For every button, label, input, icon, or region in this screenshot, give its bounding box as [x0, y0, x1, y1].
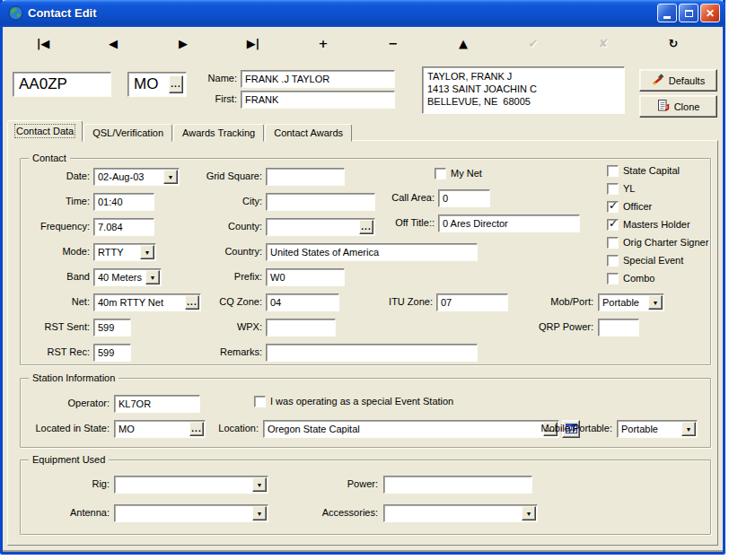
located-in-state-ellipsis-button[interactable]: ...	[189, 422, 204, 436]
equipment-group: Equipment Used	[20, 459, 711, 535]
mob-port-combobox[interactable]: Portable ▼	[598, 293, 664, 311]
dropdown-arrow-icon[interactable]: ▼	[522, 506, 536, 521]
address-line-1: TAYLOR, FRANK J	[427, 70, 619, 83]
orig-charter-signer-checkbox[interactable]: Orig Charter Signer	[607, 237, 708, 249]
special-event-station-checkbox[interactable]: I was operating as a special Event Stati…	[254, 396, 453, 407]
dropdown-arrow-icon[interactable]: ▼	[145, 270, 160, 284]
mobile-portable-combobox[interactable]: Portable ▼	[617, 420, 698, 438]
accessories-combobox[interactable]: ▼	[383, 504, 538, 522]
antenna-value	[115, 505, 268, 508]
band-combobox[interactable]: 40 Meters ▼	[93, 268, 162, 286]
nav-insert-button[interactable]: +	[312, 32, 335, 54]
prefix-label: Prefix:	[162, 271, 262, 282]
operator-field[interactable]: KL7OR	[114, 395, 200, 413]
country-label: Country:	[162, 246, 262, 257]
checkbox-box	[607, 201, 619, 213]
close-button[interactable]: ✕	[700, 4, 720, 22]
located-in-state-field[interactable]: MO ...	[114, 420, 206, 438]
itu-zone-field[interactable]: 07	[436, 293, 508, 311]
time-field[interactable]: 01:40	[93, 193, 154, 211]
frequency-field[interactable]: 7.084	[93, 218, 154, 236]
officer-checkbox[interactable]: Officer	[607, 201, 652, 213]
grid-square-field[interactable]	[266, 168, 345, 186]
prefix-field[interactable]: W0	[266, 268, 345, 286]
call-area-value: 0	[439, 190, 489, 204]
country-value: United States of America	[267, 244, 477, 258]
state-ellipsis-button[interactable]: ...	[169, 75, 183, 93]
country-field[interactable]: United States of America	[266, 243, 478, 261]
name-label: Name:	[199, 73, 237, 83]
tab-qsl-verification[interactable]: QSL/Verification	[83, 124, 172, 142]
nav-next-button[interactable]: ▶	[171, 32, 195, 54]
state-capital-checkbox[interactable]: State Capital	[607, 165, 680, 177]
rig-combobox[interactable]: ▼	[114, 476, 268, 494]
power-field[interactable]	[383, 476, 532, 494]
nav-prior-button[interactable]: ◀	[101, 32, 125, 54]
qrp-power-field[interactable]	[598, 319, 639, 337]
rst-rec-value: 599	[94, 345, 130, 358]
special-event-checkbox[interactable]: Special Event	[607, 255, 683, 267]
call-area-label: Call Area:	[359, 192, 435, 203]
maximize-button[interactable]	[679, 4, 698, 22]
nav-edit-button[interactable]: ▲	[452, 32, 475, 54]
defaults-button[interactable]: Defaults	[639, 69, 717, 92]
wpx-field[interactable]	[266, 319, 336, 337]
window-title: Contact Edit	[28, 6, 97, 20]
first-field[interactable]: FRANK	[241, 91, 395, 109]
grid-square-label: Grid Square:	[162, 171, 262, 181]
nav-delete-button[interactable]: −	[382, 32, 405, 54]
combo-label: Combo	[623, 273, 654, 284]
mode-label: Mode:	[9, 246, 90, 257]
checkbox-box	[435, 168, 446, 179]
tab-contact-data[interactable]: Contact Data	[7, 120, 83, 142]
rst-sent-field[interactable]: 599	[93, 319, 131, 337]
tab-label: Awards Tracking	[182, 127, 255, 138]
rst-rec-field[interactable]: 599	[93, 344, 131, 362]
dropdown-arrow-icon[interactable]: ▼	[140, 245, 154, 259]
operator-value: KL7OR	[115, 396, 199, 409]
my-net-label: My Net	[451, 168, 482, 179]
tab-awards-tracking[interactable]: Awards Tracking	[173, 124, 264, 142]
dropdown-arrow-icon[interactable]: ▼	[252, 477, 267, 492]
accessories-label: Accessories:	[296, 507, 378, 518]
nav-cancel-button[interactable]: ✘	[592, 32, 615, 54]
mobile-portable-label: Mobile/Portable:	[503, 423, 612, 433]
off-title-field[interactable]: 0 Ares Director	[438, 214, 580, 232]
dropdown-arrow-icon[interactable]: ▼	[252, 506, 267, 521]
nav-last-button[interactable]: ▶|	[242, 32, 265, 54]
state-field[interactable]: MO ...	[127, 72, 187, 97]
nav-post-button[interactable]: ✔	[522, 32, 545, 54]
my-net-checkbox[interactable]: My Net	[435, 168, 482, 179]
first-value: FRANK	[242, 92, 394, 105]
contact-group-legend: Contact	[29, 153, 70, 163]
masters-holder-checkbox[interactable]: Masters Holder	[607, 219, 690, 231]
yl-checkbox[interactable]: YL	[607, 183, 635, 195]
nav-refresh-button[interactable]: ↻	[662, 32, 685, 54]
nav-first-button[interactable]: |◀	[31, 32, 55, 54]
call-area-field[interactable]: 0	[438, 189, 490, 207]
address-line-3: BELLEVUE, NE 68005	[427, 95, 619, 108]
checkbox-box	[254, 396, 266, 407]
frequency-label: Frequency:	[9, 221, 90, 232]
cq-zone-field[interactable]: 04	[266, 293, 339, 311]
tab-contact-awards[interactable]: Contact Awards	[265, 124, 352, 142]
antenna-combobox[interactable]: ▼	[114, 504, 268, 522]
combo-checkbox[interactable]: Combo	[607, 273, 654, 284]
minimize-button[interactable]	[657, 4, 677, 22]
screen: Contact Edit ✕ |◀ ◀ ▶ ▶| + − ▲ ✔ ✘ ↻ AA0…	[0, 0, 729, 560]
address-box[interactable]: TAYLOR, FRANK J 1413 SAINT JOACHIN C BEL…	[422, 66, 625, 114]
dropdown-arrow-icon[interactable]: ▼	[681, 422, 696, 436]
maximize-icon	[685, 10, 693, 17]
callsign-field[interactable]: AA0ZP	[13, 72, 111, 97]
mode-combobox[interactable]: RTTY ▼	[93, 243, 156, 261]
name-field[interactable]: FRANK .J TAYLOR	[241, 70, 395, 88]
dropdown-arrow-icon[interactable]: ▼	[648, 295, 663, 310]
state-capital-label: State Capital	[623, 165, 680, 176]
globe-icon	[8, 5, 23, 21]
clone-button[interactable]: Clone	[639, 95, 717, 118]
copy-document-icon	[657, 99, 671, 114]
operator-label: Operator:	[27, 398, 110, 408]
titlebar[interactable]: Contact Edit ✕	[0, 0, 725, 27]
remarks-field[interactable]	[266, 344, 478, 362]
antenna-label: Antenna:	[27, 507, 110, 518]
